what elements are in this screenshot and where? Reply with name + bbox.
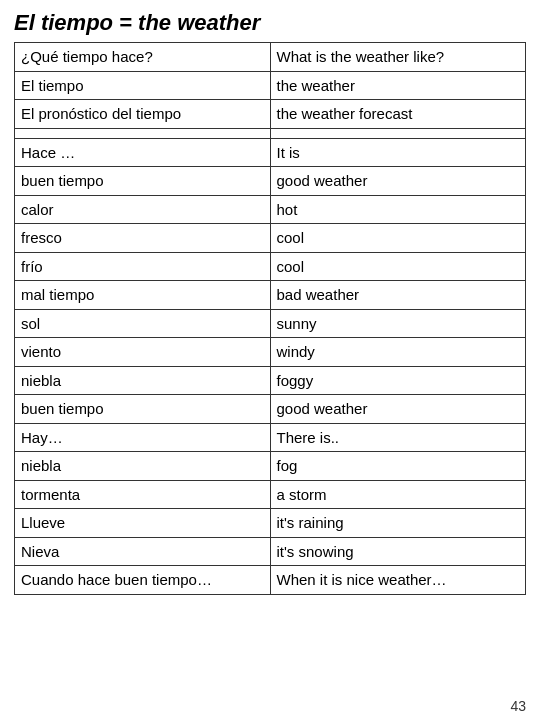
table-row: buen tiempogood weather [15,167,526,196]
table-row: nieblafog [15,452,526,481]
table-row: tormentaa storm [15,480,526,509]
english-cell: it's raining [270,509,526,538]
table-row: vientowindy [15,338,526,367]
spanish-cell: El pronóstico del tiempo [15,100,271,129]
table-row: El pronóstico del tiempothe weather fore… [15,100,526,129]
table-row: nieblafoggy [15,366,526,395]
spanish-cell: Hay… [15,423,271,452]
spanish-cell: fresco [15,224,271,253]
spanish-cell: buen tiempo [15,167,271,196]
table-row: calorhot [15,195,526,224]
table-row: Nievait's snowing [15,537,526,566]
spanish-cell: niebla [15,366,271,395]
english-cell: cool [270,224,526,253]
table-row-empty [15,128,526,138]
spanish-cell: Llueve [15,509,271,538]
english-cell: it's snowing [270,537,526,566]
english-cell: a storm [270,480,526,509]
english-cell: the weather [270,71,526,100]
spanish-cell: frío [15,252,271,281]
english-cell: hot [270,195,526,224]
page-title: El tiempo = the weather [14,10,526,36]
spanish-cell: El tiempo [15,71,271,100]
spanish-cell: ¿Qué tiempo hace? [15,43,271,72]
table-row: frescocool [15,224,526,253]
english-cell: What is the weather like? [270,43,526,72]
vocabulary-table: ¿Qué tiempo hace?What is the weather lik… [14,42,526,595]
table-row: mal tiempobad weather [15,281,526,310]
table-row: ¿Qué tiempo hace?What is the weather lik… [15,43,526,72]
spanish-cell: Cuando hace buen tiempo… [15,566,271,595]
english-cell: bad weather [270,281,526,310]
spanish-cell: buen tiempo [15,395,271,424]
table-row: Cuando hace buen tiempo…When it is nice … [15,566,526,595]
english-cell: fog [270,452,526,481]
table-row: Hay…There is.. [15,423,526,452]
spanish-cell: tormenta [15,480,271,509]
english-cell: There is.. [270,423,526,452]
spanish-cell: mal tiempo [15,281,271,310]
spanish-cell: calor [15,195,271,224]
english-cell: cool [270,252,526,281]
english-cell: good weather [270,167,526,196]
spanish-cell: Nieva [15,537,271,566]
table-row: solsunny [15,309,526,338]
spanish-cell: viento [15,338,271,367]
english-cell: the weather forecast [270,100,526,129]
table-row: El tiempothe weather [15,71,526,100]
page-number: 43 [510,698,526,714]
english-cell: good weather [270,395,526,424]
table-row: Llueveit's raining [15,509,526,538]
english-cell: sunny [270,309,526,338]
table-row: fríocool [15,252,526,281]
spanish-cell: sol [15,309,271,338]
spanish-cell: Hace … [15,138,271,167]
english-cell: When it is nice weather… [270,566,526,595]
english-cell: It is [270,138,526,167]
english-cell: foggy [270,366,526,395]
table-row: buen tiempogood weather [15,395,526,424]
table-row: Hace …It is [15,138,526,167]
spanish-cell: niebla [15,452,271,481]
english-cell: windy [270,338,526,367]
